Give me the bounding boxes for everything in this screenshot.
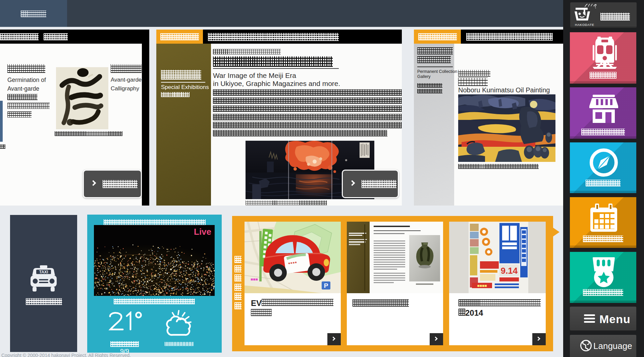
svg-text:TAXI: TAXI <box>39 270 48 274</box>
svg-text:■■■■: ■■■■ <box>477 283 487 288</box>
svg-text:9.14: 9.14 <box>501 266 518 276</box>
svg-text:P: P <box>324 282 328 289</box>
svg-text:■■■: ■■■ <box>251 277 258 282</box>
